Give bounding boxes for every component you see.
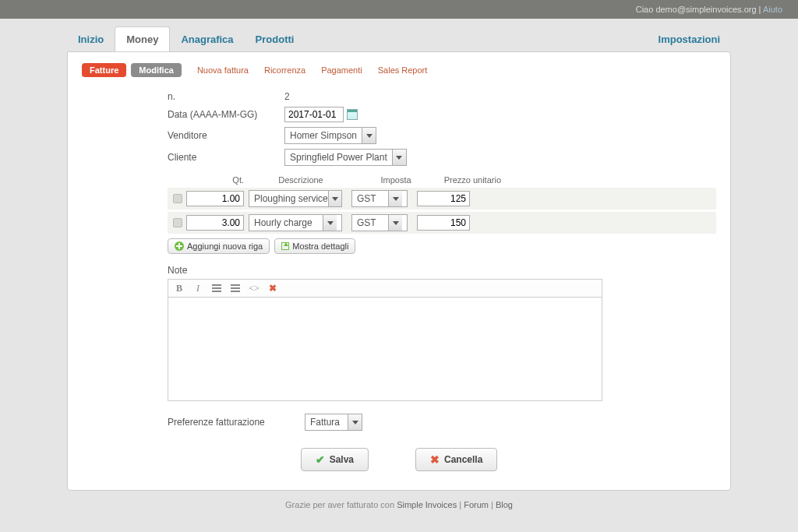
grip-icon xyxy=(173,194,182,203)
footer-app-link[interactable]: Simple Invoices xyxy=(397,500,457,509)
expand-icon xyxy=(281,242,289,250)
chevron-down-icon[interactable] xyxy=(323,215,337,231)
footer-blog-link[interactable]: Blog xyxy=(496,500,513,509)
label-number: n. xyxy=(168,91,284,102)
main-tabs: Inizio Money Anagrafica Prodotti Imposta… xyxy=(67,23,731,51)
remove-format-icon[interactable]: ✖ xyxy=(267,282,279,294)
chevron-down-icon[interactable] xyxy=(388,215,402,231)
chevron-down-icon[interactable] xyxy=(348,414,362,430)
pill-modifica[interactable]: Modifica xyxy=(131,63,182,77)
date-input[interactable] xyxy=(284,107,344,122)
source-icon[interactable]: <> xyxy=(248,282,260,294)
label-client: Cliente xyxy=(168,152,284,163)
tab-money[interactable]: Money xyxy=(115,26,170,51)
chevron-down-icon[interactable] xyxy=(362,128,376,143)
show-details-label: Mostra dettagli xyxy=(292,241,348,251)
tax-select-value: GST xyxy=(352,193,388,204)
link-nuova-fattura[interactable]: Nuova fattura xyxy=(197,65,249,75)
desc-select[interactable]: Hourly charge xyxy=(249,214,342,231)
pill-fatture[interactable]: Fatture xyxy=(82,63,126,77)
label-date: Data (AAAA-MM-GG) xyxy=(168,109,284,120)
col-header-tax: Imposta xyxy=(361,175,431,185)
note-editor: B I <> ✖ xyxy=(168,279,602,401)
footer-forum-link[interactable]: Forum xyxy=(464,500,489,509)
show-details-button[interactable]: Mostra dettagli xyxy=(274,238,355,254)
cancel-button[interactable]: ✖ Cancella xyxy=(415,448,497,471)
qty-input[interactable] xyxy=(186,215,244,231)
grip-icon xyxy=(173,218,182,227)
row-handle[interactable] xyxy=(169,194,186,203)
label-vendor: Venditore xyxy=(168,130,284,141)
price-input[interactable] xyxy=(417,215,470,231)
link-sales-report[interactable]: Sales Report xyxy=(378,65,428,75)
tax-select[interactable]: GST xyxy=(351,214,408,231)
bullet-list-icon[interactable] xyxy=(210,282,223,294)
plus-icon xyxy=(175,241,184,251)
link-pagamenti[interactable]: Pagamenti xyxy=(321,65,362,75)
tab-impostazioni[interactable]: Impostazioni xyxy=(648,27,731,51)
add-row-button[interactable]: Aggiungi nuova riga xyxy=(168,238,270,254)
value-number: 2 xyxy=(284,91,290,102)
price-input[interactable] xyxy=(417,191,470,206)
chevron-down-icon[interactable] xyxy=(392,150,406,165)
bold-icon[interactable]: B xyxy=(173,282,185,294)
qty-input[interactable] xyxy=(186,191,244,206)
topbar: Ciao demo@simpleinvoices.org | Aiuto xyxy=(0,0,798,19)
footer: Grazie per aver fatturato con Simple Inv… xyxy=(67,500,731,509)
footer-thanks: Grazie per aver fatturato con xyxy=(285,500,397,509)
cancel-label: Cancella xyxy=(444,454,482,465)
link-ricorrenza[interactable]: Ricorrenza xyxy=(264,65,305,75)
italic-icon[interactable]: I xyxy=(192,282,204,294)
client-select[interactable]: Springfield Power Plant xyxy=(284,149,407,166)
client-select-value: Springfield Power Plant xyxy=(285,152,392,163)
pref-select-value: Fattura xyxy=(305,417,348,428)
tab-inizio[interactable]: Inizio xyxy=(67,27,115,51)
add-row-label: Aggiungi nuova riga xyxy=(187,241,263,251)
topbar-greeting: Ciao demo@simpleinvoices.org xyxy=(636,5,757,14)
tab-anagrafica[interactable]: Anagrafica xyxy=(170,27,244,51)
save-label: Salva xyxy=(330,454,354,465)
x-icon: ✖ xyxy=(430,453,440,466)
line-row: Ploughing service GST xyxy=(168,188,716,210)
tax-select-value: GST xyxy=(352,217,388,228)
tax-select[interactable]: GST xyxy=(351,190,408,207)
tab-prodotti[interactable]: Prodotti xyxy=(245,27,305,51)
desc-select-value: Ploughing service xyxy=(249,193,328,204)
desc-select-value: Hourly charge xyxy=(249,217,323,228)
chevron-down-icon[interactable] xyxy=(328,191,341,206)
label-note: Note xyxy=(168,265,716,276)
col-header-desc: Descrizione xyxy=(250,175,351,185)
vendor-select[interactable]: Homer Simpson xyxy=(284,127,376,144)
col-header-qty: Qt. xyxy=(186,175,250,185)
line-items: Qt. Descrizione Imposta Prezzo unitario … xyxy=(168,175,716,254)
line-row: Hourly charge GST xyxy=(168,212,716,234)
pref-select[interactable]: Fattura xyxy=(305,414,362,431)
note-textarea[interactable] xyxy=(168,297,602,401)
vendor-select-value: Homer Simpson xyxy=(285,130,362,141)
help-link[interactable]: Aiuto xyxy=(763,5,782,14)
chevron-down-icon[interactable] xyxy=(388,191,402,206)
check-icon: ✔ xyxy=(316,453,325,466)
desc-select[interactable]: Ploughing service xyxy=(249,190,342,207)
save-button[interactable]: ✔ Salva xyxy=(301,448,369,471)
main-panel: Fatture Modifica Nuova fattura Ricorrenz… xyxy=(67,51,731,491)
numbered-list-icon[interactable] xyxy=(229,282,242,294)
calendar-icon[interactable] xyxy=(347,109,358,120)
label-pref: Preferenze fatturazione xyxy=(168,417,305,428)
subnav: Fatture Modifica Nuova fattura Ricorrenz… xyxy=(82,63,716,77)
row-handle[interactable] xyxy=(169,218,186,227)
col-header-price: Prezzo unitario xyxy=(439,175,501,185)
editor-toolbar: B I <> ✖ xyxy=(168,279,602,297)
